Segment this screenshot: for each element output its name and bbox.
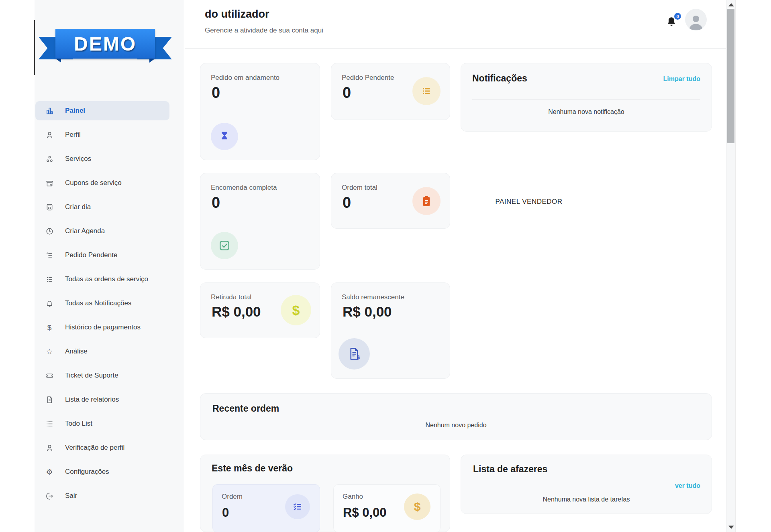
todo-list-empty-message: Nenhuma nova lista de tarefas <box>461 496 712 503</box>
card-value: R$ 0,00 <box>343 506 387 520</box>
logo: DEMO <box>55 29 155 59</box>
sidebar-item-lista-relatorios[interactable]: Lista de relatórios <box>35 390 169 409</box>
sidebar-item-criar-dia[interactable]: Criar dia <box>35 197 169 217</box>
card-label: Encomenda completa <box>211 184 277 192</box>
sidebar-item-label: Pedido Pendente <box>65 251 117 259</box>
user-check-icon <box>45 443 54 452</box>
order-list-icon <box>45 275 54 284</box>
card-label: Saldo remanescente <box>342 293 404 301</box>
notification-badge: 0 <box>673 12 682 20</box>
store-icon <box>45 179 54 187</box>
sidebar-item-sair[interactable]: Sair <box>35 486 169 506</box>
sidebar-item-label: Análise <box>65 347 88 355</box>
sidebar-item-label: Criar Agenda <box>65 227 105 235</box>
report-icon <box>45 395 54 404</box>
sidebar-item-criar-agenda[interactable]: Criar Agenda <box>35 221 169 241</box>
recent-orders-empty-message: Nenhum novo pedido <box>200 422 712 429</box>
sidebar-item-pedido-pendente[interactable]: Pedido Pendente <box>35 246 169 265</box>
see-all-link[interactable]: ver tudo <box>675 482 700 489</box>
star-icon: ☆ <box>45 347 54 356</box>
panel-vendedor-label: PAINEL VENDEDOR <box>461 198 597 206</box>
card-ordem-total: Ordem total 0 <box>331 173 450 229</box>
card-encomenda-completa: Encomenda completa 0 <box>200 173 320 270</box>
sidebar-item-label: Perfil <box>65 131 81 139</box>
user-icon <box>45 130 54 139</box>
list-icon <box>45 251 54 260</box>
card-label: Retirada total <box>211 293 251 301</box>
sidebar-item-label: Criar dia <box>65 203 91 211</box>
ribbon-fold <box>149 59 155 63</box>
nodes-icon <box>45 154 54 163</box>
clock-icon <box>45 227 54 236</box>
dollar-circle-icon: $ <box>281 295 311 325</box>
logo-text: DEMO <box>74 33 137 55</box>
sidebar-item-verificacao-perfil[interactable]: Verificação de perfil <box>35 438 169 457</box>
header: do utilizador Gerencie a atividade de su… <box>185 0 726 49</box>
pending-list-icon <box>412 77 441 105</box>
sidebar-item-label: Todas as Notificações <box>65 299 131 307</box>
sidebar-item-analise[interactable]: ☆ Análise <box>35 342 169 361</box>
scroll-down-arrow-icon[interactable] <box>728 526 734 529</box>
logo-ribbon: DEMO <box>39 26 172 68</box>
sidebar-item-label: Todo List <box>65 420 92 428</box>
page-subtitle: Gerencie a atividade de sua conta aqui <box>205 26 323 35</box>
notifications-panel: Notificações Limpar tudo Nenhuma nova no… <box>461 63 712 132</box>
card-pedido-pendente: Pedido Pendente 0 <box>331 63 450 120</box>
card-pedido-em-andamento: Pedido em andamento 0 <box>200 63 320 160</box>
order-check-icon <box>285 494 310 519</box>
avatar[interactable] <box>685 9 707 30</box>
card-value: R$ 0,00 <box>343 304 392 320</box>
hourglass-icon <box>211 123 238 150</box>
sidebar-item-label: Configurações <box>65 468 109 476</box>
sidebar-item-perfil[interactable]: Perfil <box>35 125 169 144</box>
card-label: Pedido em andamento <box>211 74 279 82</box>
dollar-icon: $ <box>45 323 54 332</box>
scroll-up-arrow-icon[interactable] <box>728 3 734 6</box>
sidebar-menu: Painel Perfil Serviços Cupons de serviço… <box>35 101 169 510</box>
divider <box>472 99 700 100</box>
card-label: Ordem <box>222 493 243 501</box>
sidebar-item-servicos[interactable]: Serviços <box>35 149 169 169</box>
sidebar-item-label: Sair <box>65 492 77 500</box>
sidebar-item-label: Serviços <box>65 155 91 163</box>
scrollbar[interactable] <box>726 0 736 532</box>
clear-all-link[interactable]: Limpar tudo <box>663 75 700 83</box>
notifications-button[interactable]: 0 <box>666 16 677 28</box>
sidebar-item-cupons[interactable]: Cupons de serviço <box>35 173 169 193</box>
sidebar-item-historico-pagamentos[interactable]: $ Histórico de pagamentos <box>35 318 169 337</box>
card-value: 0 <box>343 84 351 102</box>
todo-list-title: Lista de afazeres <box>473 464 547 475</box>
sidebar-item-label: Ticket de Suporte <box>65 372 118 380</box>
card-retirada-total: Retirada total R$ 0,00 $ <box>200 282 320 338</box>
gear-icon: ⚙ <box>45 467 54 476</box>
card-value: 0 <box>212 194 220 211</box>
check-square-icon <box>211 232 238 259</box>
header-actions: 0 <box>666 9 707 30</box>
page-title: do utilizador <box>205 8 269 20</box>
scrollbar-thumb[interactable] <box>727 9 734 143</box>
card-label: Pedido Pendente <box>342 74 394 82</box>
card-label: Ordem total <box>342 184 377 192</box>
sidebar-item-painel[interactable]: Painel <box>35 101 169 120</box>
clipboard-icon <box>412 187 441 215</box>
sidebar-item-notificacoes[interactable]: Todas as Notificações <box>35 294 169 313</box>
card-value: 0 <box>212 84 220 102</box>
sidebar-item-todo-list[interactable]: Todo List <box>35 414 169 433</box>
ribbon-fold <box>55 59 61 63</box>
calendar-icon <box>45 203 54 211</box>
bell-icon <box>45 299 54 308</box>
card-value: 0 <box>343 194 351 211</box>
this-month-panel: Este mês de verão Ordem 0 Ganho R$ 0,00 … <box>200 455 450 532</box>
sidebar-item-ordens-servico[interactable]: Todas as ordens de serviço <box>35 270 169 289</box>
sidebar-item-label: Histórico de pagamentos <box>65 323 141 331</box>
month-ganho-card: Ganho R$ 0,00 $ <box>333 484 441 532</box>
sidebar-item-label: Painel <box>65 107 85 115</box>
ticket-icon <box>45 371 54 380</box>
sidebar-item-configuracoes[interactable]: ⚙ Configurações <box>35 462 169 481</box>
notifications-empty-message: Nenhuma nova notificação <box>461 108 712 116</box>
sidebar-item-label: Verificação de perfil <box>65 444 124 452</box>
drawer-handle <box>34 20 35 75</box>
todo-list-panel: Lista de afazeres ver tudo Nenhuma nova … <box>461 455 712 514</box>
sidebar-item-ticket-suporte[interactable]: Ticket de Suporte <box>35 366 169 385</box>
coin-icon: $ <box>404 493 430 520</box>
